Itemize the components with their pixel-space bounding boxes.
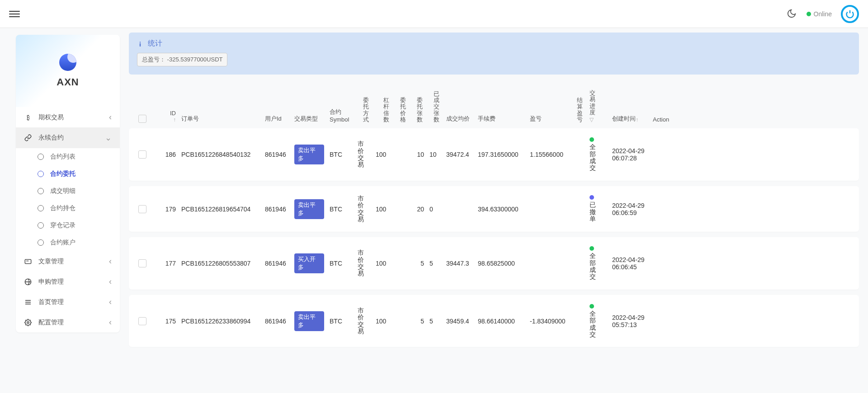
stats-title-text: 统计 (148, 39, 162, 48)
col-trade-type[interactable]: 交易类型 (292, 115, 327, 123)
cell-fee: 197.31650000 (475, 151, 527, 158)
nav-label: 期权交易 (38, 113, 64, 122)
sub-label: 成交明细 (50, 187, 75, 195)
cell-state: 全部成交 (587, 304, 609, 338)
info-icon (137, 41, 143, 47)
col-price[interactable]: 委托价格 (393, 97, 410, 123)
cell-time: 2022-04-29 06:06:45 (609, 256, 650, 271)
link-icon (24, 134, 32, 142)
chevron-left-icon: ‹ (109, 297, 112, 307)
col-fee[interactable]: 手续费 (475, 115, 527, 123)
cell-order-no: PCB1651226819654704 (179, 206, 262, 213)
theme-toggle-button[interactable] (787, 9, 797, 19)
menu-toggle-button[interactable] (9, 11, 20, 17)
cell-qty: 20 (410, 206, 427, 213)
cell-avg: 39472.4 (443, 151, 475, 158)
table-row: 177 PCB1651226805553807 861946 买入开多 BTC … (129, 237, 859, 290)
cell-deal-qty: 0 (427, 206, 443, 213)
online-dot-icon (807, 12, 811, 16)
select-all-checkbox[interactable] (138, 115, 146, 123)
online-status: Online (807, 10, 832, 18)
nav-subscription-mgmt[interactable]: 申购管理 ‹ (16, 271, 120, 292)
cell-time: 2022-04-29 06:07:28 (609, 147, 650, 162)
stats-title: 统计 (137, 39, 851, 48)
cell-qty: 10 (410, 151, 427, 158)
col-user-id[interactable]: 用户Id (262, 115, 292, 123)
stats-panel: 统计 总盈亏： -325.53977000USDT (129, 33, 859, 75)
cell-lever: 100 (373, 260, 393, 267)
cell-user-id: 861946 (262, 318, 292, 325)
nav-perpetual-contract[interactable]: 永续合约 ⌄ (16, 127, 120, 148)
col-leverage[interactable]: 杠杆倍数 (373, 97, 393, 123)
table-header: ID ↑ 订单号 用户Id 交易类型 合约 Symbol 委托方式 杠杆倍数 委… (129, 84, 859, 128)
sub-deal-detail[interactable]: 成交明细 (29, 182, 120, 200)
col-pnl[interactable]: 盈亏 (527, 115, 570, 123)
nav-config-mgmt[interactable]: 配置管理 ‹ (16, 312, 120, 332)
cell-type: 卖出平多 (292, 145, 327, 164)
stats-badge: 总盈亏： -325.53977000USDT (137, 53, 227, 66)
cell-symbol: BTC (327, 260, 355, 267)
table-row: 179 PCB1651226819654704 861946 卖出平多 BTC … (129, 186, 859, 232)
nav-options-trading[interactable]: ₿ 期权交易 ‹ (16, 107, 120, 127)
nav-label: 文章管理 (38, 257, 64, 266)
sub-positions[interactable]: 合约持仓 (29, 200, 120, 217)
sub-contract-account[interactable]: 合约账户 (29, 234, 120, 251)
cell-type: 卖出平多 (292, 199, 327, 219)
nav-label: 首页管理 (38, 298, 64, 306)
sub-contract-list[interactable]: 合约列表 (29, 148, 120, 165)
sub-liquidation[interactable]: 穿仓记录 (29, 217, 120, 234)
svg-point-6 (27, 322, 29, 323)
col-avg-price[interactable]: 成交均价 (443, 115, 475, 123)
sub-contract-orders[interactable]: 合约委托 (29, 165, 120, 182)
circle-icon (38, 222, 44, 229)
col-action: Action (650, 116, 675, 123)
brand-name: AXN (57, 76, 79, 88)
cell-symbol: BTC (327, 318, 355, 325)
cell-state: 全部成交 (587, 246, 609, 281)
cell-type: 卖出平多 (292, 311, 327, 331)
chevron-left-icon: ‹ (109, 277, 112, 286)
col-symbol[interactable]: 合约 Symbol (327, 108, 355, 123)
cell-deal-qty: 5 (427, 260, 443, 267)
filter-icon[interactable]: ▽ (590, 117, 594, 123)
chevron-left-icon: ‹ (109, 318, 112, 327)
col-settle-pnl[interactable]: 结算盈亏 (570, 97, 587, 123)
cell-avg: 39447.3 (443, 260, 475, 267)
circle-icon (38, 205, 44, 211)
cell-symbol: BTC (327, 206, 355, 213)
col-state[interactable]: 交易进度 ▽ (587, 90, 609, 123)
row-checkbox[interactable] (138, 317, 146, 325)
sub-label: 合约账户 (50, 239, 75, 247)
topbar: Online (0, 0, 868, 28)
row-checkbox[interactable] (138, 259, 146, 267)
sub-label: 穿仓记录 (50, 221, 75, 229)
sub-label: 合约列表 (50, 153, 75, 161)
cell-qty: 5 (410, 260, 427, 267)
nav-home-mgmt[interactable]: 首页管理 ‹ (16, 292, 120, 312)
cell-deal-qty: 10 (427, 151, 443, 158)
sub-nav: 合约列表 合约委托 成交明细 合约持仓 穿仓记录 (16, 148, 120, 251)
brand-area: AXN (16, 35, 120, 107)
nav-article-mgmt[interactable]: 文章管理 ‹ (16, 251, 120, 271)
cell-symbol: BTC (327, 151, 355, 158)
col-qty[interactable]: 委托张数 (410, 97, 427, 123)
cell-order-no: PCB1651226233860994 (179, 318, 262, 325)
cell-order-no: PCB1651226848540132 (179, 151, 262, 158)
cell-method: 市价交易 (355, 249, 373, 277)
col-time[interactable]: 创建时间 ↑ (609, 115, 650, 123)
chevron-down-icon: ⌄ (105, 133, 112, 143)
sort-asc-icon: ↑ (636, 117, 638, 123)
col-method[interactable]: 委托方式 (355, 97, 373, 123)
cell-lever: 100 (373, 318, 393, 325)
cell-id: 179 (156, 206, 179, 213)
col-order-no[interactable]: 订单号 (179, 115, 262, 123)
cell-type: 买入开多 (292, 253, 327, 273)
power-button[interactable] (841, 5, 859, 23)
cell-avg: 39459.4 (443, 318, 475, 325)
bitcoin-icon: ₿ (24, 113, 32, 122)
col-deal-qty[interactable]: 已成交张数 (427, 91, 443, 123)
col-id[interactable]: ID ↑ (156, 110, 179, 123)
row-checkbox[interactable] (138, 205, 146, 213)
cell-state: 已撤单 (587, 195, 609, 222)
row-checkbox[interactable] (138, 150, 146, 159)
